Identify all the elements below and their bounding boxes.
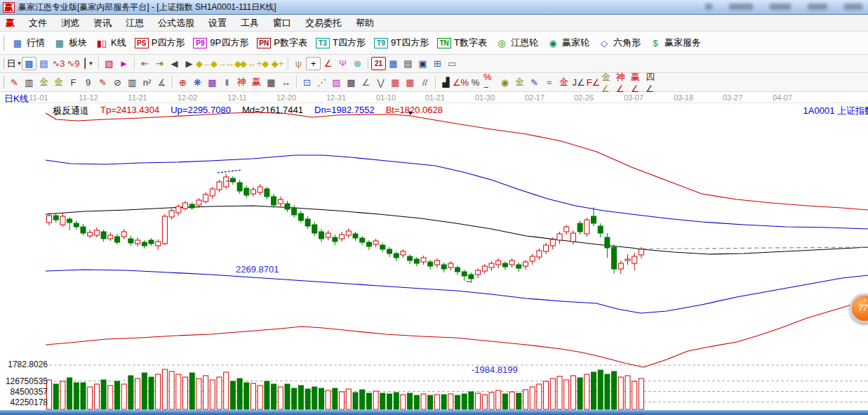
- tool-box-corner-icon[interactable]: ⊡: [300, 76, 314, 89]
- tool-shen-grid-icon[interactable]: 神: [234, 76, 249, 89]
- tool-fan-boxed-icon[interactable]: ▨: [329, 76, 344, 89]
- tool-last-page-icon[interactable]: ⇥: [152, 57, 167, 70]
- tool-zoom-in-x-icon[interactable]: ◆↔: [241, 57, 255, 70]
- tool-span-arrows-icon[interactable]: ↔: [279, 76, 293, 89]
- menu-item-4[interactable]: 公式选股: [151, 15, 201, 30]
- tool-info-board-icon[interactable]: ▤: [36, 57, 51, 70]
- tool-color-flag-icon[interactable]: ►: [116, 57, 131, 70]
- toolbar-button-p-number-table[interactable]: PNP数字表: [253, 34, 312, 51]
- tool-gold-angle-icon[interactable]: 金∠: [601, 76, 615, 89]
- toolbar-handle[interactable]: [2, 58, 4, 70]
- tool-zoom-out-x-icon[interactable]: ↔◆: [226, 57, 241, 70]
- tool-gold-support-icon[interactable]: 金: [556, 76, 571, 89]
- tool-shen-angle-icon[interactable]: 神∠: [615, 76, 630, 89]
- tool-column-stat-icon[interactable]: ▟: [439, 76, 453, 89]
- tool-zoom-all-icon[interactable]: +◆: [255, 57, 270, 70]
- tool-pencil-tool-icon[interactable]: ✎: [7, 76, 22, 89]
- tool-quote-marks-icon[interactable]: ‖: [220, 76, 234, 89]
- toolbar-handle[interactable]: [2, 35, 4, 51]
- tool-ying-angle-icon[interactable]: 赢∠: [630, 76, 645, 89]
- tool-teal-tool-icon[interactable]: ⊛: [350, 57, 365, 70]
- tool-fan-dark-icon[interactable]: ▩: [344, 76, 359, 89]
- toolbar-button-winner-wheel[interactable]: ◉赢家轮: [542, 34, 594, 51]
- tool-f-angle-icon[interactable]: F∠: [586, 76, 601, 89]
- menu-item-2[interactable]: 资讯: [86, 15, 119, 30]
- tool-magenta-tool-icon[interactable]: Ψ: [335, 57, 350, 70]
- toolbar-button-kline[interactable]: ▮▯K线: [91, 34, 131, 51]
- tool-angle-measure-icon[interactable]: ∠: [321, 57, 335, 70]
- tool-f-grid-icon[interactable]: F: [66, 76, 81, 89]
- tool-shift-right-icon[interactable]: ◆→: [211, 57, 226, 70]
- tool-pct-icon[interactable]: %: [468, 76, 483, 89]
- menu-item-1[interactable]: 浏览: [54, 15, 86, 30]
- tool-gold-line-icon[interactable]: 金: [512, 76, 527, 89]
- tool-n-square-icon[interactable]: n²: [140, 76, 154, 89]
- tool-brush-blue-icon[interactable]: ✎: [527, 76, 542, 89]
- candlestick-plot[interactable]: [0, 92, 868, 410]
- tool-minor-cycle-3-icon[interactable]: ∿3: [51, 57, 66, 70]
- tool-pct-angle-icon[interactable]: ∠%: [453, 76, 468, 89]
- tool-hand-drag-icon[interactable]: ψ: [291, 57, 306, 70]
- tool-period-day-icon[interactable]: 日▼: [7, 57, 22, 70]
- tool-si-angle-icon[interactable]: 四∠: [645, 76, 660, 89]
- tool-pct-line-icon[interactable]: %−: [483, 76, 498, 89]
- toolbar-handle[interactable]: [2, 76, 4, 88]
- toolbar-button-gann-wheel[interactable]: ◎江恩轮: [491, 34, 542, 51]
- tool-calendar-21-icon[interactable]: 21: [371, 57, 386, 70]
- tool-net-share-icon[interactable]: ⊞: [430, 57, 445, 70]
- tool-save-icon[interactable]: ▣: [415, 57, 430, 70]
- menu-item-0[interactable]: 文件: [22, 15, 54, 30]
- tool-page-prev-icon[interactable]: ◀: [167, 57, 182, 70]
- tool-comb-grid-icon[interactable]: ▥: [22, 76, 36, 89]
- tool-notes-icon[interactable]: ▤: [401, 57, 415, 70]
- toolbar-button-9p-square[interactable]: P99P四方形: [189, 34, 253, 51]
- tool-gold-grid-b-icon[interactable]: 金: [51, 76, 66, 89]
- menu-item-6[interactable]: 工具: [234, 15, 266, 30]
- tool-web-radial-icon[interactable]: ❋: [190, 76, 205, 89]
- tool-spiral-grid-icon[interactable]: 9: [81, 76, 95, 89]
- menu-item-9[interactable]: 帮助: [349, 15, 381, 30]
- tool-shift-left-icon[interactable]: ◆←: [196, 57, 211, 70]
- menu-item-5[interactable]: 设置: [201, 15, 234, 30]
- tool-gold-coin-icon[interactable]: ◉: [498, 76, 512, 89]
- tool-gold-grid-a-icon[interactable]: 金: [36, 76, 51, 89]
- tool-wave-channel-icon[interactable]: ≈: [542, 76, 556, 89]
- tool-calculator-icon[interactable]: ▦: [386, 57, 401, 70]
- toolbar-button-quotes[interactable]: ▦行情: [7, 34, 49, 51]
- menu-item-3[interactable]: 江恩: [119, 15, 151, 30]
- tool-main-indicator-icon[interactable]: ▩: [22, 57, 36, 70]
- tool-ruler-123-icon[interactable]: ▦: [264, 76, 279, 89]
- toolbar-button-winner-service[interactable]: $赢家服务: [645, 34, 705, 51]
- toolbar-button-p-square[interactable]: PSP四方形: [131, 34, 189, 51]
- toolbar-button-t-square[interactable]: T3T四方形: [312, 34, 370, 51]
- tool-angle-mirror-icon[interactable]: ∡: [154, 76, 169, 89]
- tool-j-angle-icon[interactable]: J∠: [571, 76, 586, 89]
- tool-first-page-icon[interactable]: ⇤: [138, 57, 152, 70]
- toolbar-button-sectors[interactable]: ▦板块: [49, 34, 91, 51]
- tool-dense-grid-icon[interactable]: ▥: [125, 76, 140, 89]
- tool-circle-divider-icon[interactable]: ⊘: [110, 76, 125, 89]
- tool-pc-print-icon[interactable]: ▭: [445, 57, 460, 70]
- tool-trend-seg-icon[interactable]: ∠: [359, 76, 373, 89]
- tool-grid-red-a-icon[interactable]: ▦: [388, 76, 403, 89]
- tool-minor-cycle-9-icon[interactable]: ∿9: [66, 57, 81, 70]
- tool-grid-red-b-icon[interactable]: ▦: [403, 76, 418, 89]
- tool-target-cross-icon[interactable]: ⊕: [175, 76, 190, 89]
- chart-area[interactable]: 日K线 11-0111-1211-2112-0212-1112-2012-310…: [0, 92, 868, 410]
- toolbar-button-t-number-table[interactable]: TNT数字表: [433, 34, 491, 51]
- menu-item-7[interactable]: 窗口: [266, 15, 298, 30]
- tool-candle-style-icon[interactable]: ⎮▼: [81, 57, 95, 70]
- tool-slant-lines-icon[interactable]: //: [418, 76, 432, 89]
- tool-page-next-icon[interactable]: ▶: [182, 57, 196, 70]
- tool-pencil-grid-icon[interactable]: ✎: [95, 76, 110, 89]
- tool-web-boxed-icon[interactable]: ▩: [205, 76, 220, 89]
- toolbar-button-hexagon[interactable]: ◇六角形: [594, 34, 645, 51]
- tool-zoom-fit-icon[interactable]: ◆+: [270, 57, 285, 70]
- tool-crosshair-icon[interactable]: +: [306, 57, 321, 70]
- tool-v-waves-icon[interactable]: ⋁: [373, 76, 388, 89]
- toolbar-button-9t-square[interactable]: T99T四方形: [370, 34, 433, 51]
- menu-item-8[interactable]: 交易委托: [298, 15, 349, 30]
- tool-ying-grid-icon[interactable]: 赢: [249, 76, 264, 89]
- tool-fan-lines-icon[interactable]: ⋰: [314, 76, 329, 89]
- tool-restore-rights-icon[interactable]: ▧: [102, 57, 116, 70]
